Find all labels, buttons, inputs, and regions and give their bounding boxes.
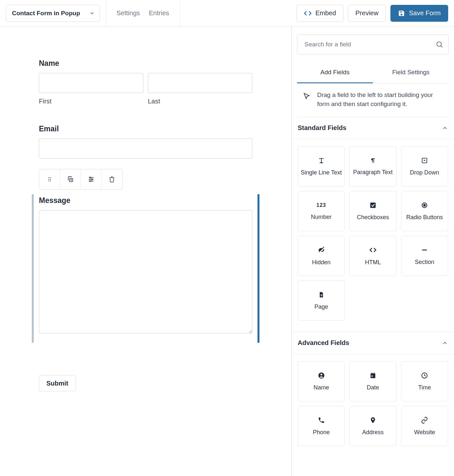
- form-selector-label: Contact Form in Popup: [12, 10, 80, 17]
- field-name[interactable]: Name First Last: [39, 59, 252, 105]
- svg-point-4: [48, 181, 49, 182]
- main: Name First Last Email: [0, 27, 454, 476]
- field-card-section[interactable]: Section: [401, 236, 448, 276]
- section-standard-label: Standard Fields: [298, 124, 346, 132]
- field-card-label: Address: [362, 429, 384, 436]
- website-icon: [421, 417, 428, 424]
- delete-button[interactable]: [102, 169, 122, 189]
- svg-rect-30: [374, 372, 375, 374]
- number-icon: 123: [317, 202, 326, 208]
- svg-point-26: [320, 374, 322, 375]
- submit-button[interactable]: Submit: [39, 375, 76, 391]
- field-card-label: Checkboxes: [357, 214, 389, 221]
- standard-fields-grid: Single Line TextParagraph TextDrop Down1…: [292, 139, 454, 332]
- svg-rect-19: [370, 202, 376, 208]
- field-card-date[interactable]: Date: [349, 361, 396, 401]
- section-advanced-head[interactable]: Advanced Fields: [292, 332, 454, 354]
- svg-rect-29: [371, 372, 372, 374]
- search-placeholder: Search for a field: [305, 41, 351, 48]
- field-email[interactable]: Email: [39, 125, 252, 159]
- divider: [106, 0, 106, 27]
- chevron-up-icon: [442, 340, 448, 346]
- nav-settings[interactable]: Settings: [112, 0, 144, 27]
- svg-rect-31: [371, 375, 373, 377]
- radio-icon: [421, 202, 428, 209]
- field-card-dropdown[interactable]: Drop Down: [401, 146, 448, 186]
- field-search[interactable]: Search for a field: [297, 34, 449, 54]
- panel-tabs: Add Fields Field Settings: [297, 63, 449, 83]
- nav-entries[interactable]: Entries: [144, 0, 173, 27]
- embed-label: Embed: [316, 9, 336, 17]
- address-icon: [369, 417, 376, 424]
- field-card-phone[interactable]: Phone: [298, 406, 345, 446]
- hidden-icon: [317, 246, 325, 254]
- svg-point-14: [90, 181, 91, 182]
- name-label: Name: [39, 59, 252, 68]
- drag-handle[interactable]: [39, 169, 60, 189]
- preview-button[interactable]: Preview: [348, 5, 386, 22]
- field-message-wrapper: Message: [39, 169, 252, 343]
- embed-button[interactable]: Embed: [296, 5, 343, 22]
- svg-point-15: [437, 42, 441, 46]
- save-label: Save Form: [409, 9, 441, 17]
- preview-label: Preview: [355, 9, 378, 17]
- field-card-radio[interactable]: Radio Buttons: [401, 191, 448, 231]
- hint: Drag a field to the left to start buildi…: [297, 83, 449, 117]
- email-label: Email: [39, 125, 252, 133]
- cursor-icon: [303, 90, 310, 100]
- date-icon: [369, 372, 376, 379]
- last-sublabel: Last: [148, 98, 252, 105]
- settings-button[interactable]: [81, 169, 102, 189]
- field-card-text[interactable]: Single Line Text: [298, 146, 345, 186]
- field-card-time[interactable]: Time: [401, 361, 448, 401]
- field-card-label: Date: [367, 384, 379, 391]
- save-icon: [398, 10, 405, 17]
- email-input[interactable]: [39, 138, 252, 159]
- name-icon: [318, 372, 325, 379]
- field-message[interactable]: Message: [32, 194, 259, 343]
- field-toolbar: [39, 169, 123, 190]
- svg-point-2: [48, 179, 49, 180]
- page-icon: [318, 291, 325, 298]
- phone-icon: [318, 417, 325, 424]
- first-sublabel: First: [39, 98, 143, 105]
- top-bar: Contact Form in Popup Settings Entries E…: [0, 0, 454, 27]
- section-icon: [421, 246, 428, 254]
- tab-add-fields[interactable]: Add Fields: [297, 63, 373, 83]
- field-card-label: Page: [315, 303, 328, 310]
- field-card-label: Hidden: [312, 259, 330, 266]
- svg-rect-24: [320, 295, 322, 296]
- hint-text: Drag a field to the left to start buildi…: [317, 90, 445, 108]
- svg-point-12: [90, 177, 91, 178]
- field-card-number[interactable]: 123Number: [298, 191, 345, 231]
- svg-point-13: [91, 179, 92, 180]
- divider: [180, 0, 180, 27]
- form-selector[interactable]: Contact Form in Popup: [6, 5, 100, 22]
- field-card-label: Number: [311, 214, 332, 220]
- field-card-html[interactable]: HTML: [349, 236, 396, 276]
- duplicate-button[interactable]: [60, 169, 81, 189]
- field-card-checkbox[interactable]: Checkboxes: [349, 191, 396, 231]
- field-card-label: Phone: [313, 429, 330, 436]
- svg-point-0: [48, 177, 49, 178]
- form-canvas[interactable]: Name First Last Email: [0, 27, 292, 476]
- field-card-label: Single Line Text: [301, 169, 342, 176]
- field-card-label: HTML: [365, 259, 381, 266]
- field-card-paragraph[interactable]: Paragraph Text: [349, 146, 396, 186]
- field-card-label: Name: [314, 384, 329, 391]
- right-panel: Search for a field Add Fields Field Sett…: [292, 27, 454, 476]
- tab-field-settings[interactable]: Field Settings: [373, 63, 449, 83]
- field-card-page[interactable]: Page: [298, 280, 345, 321]
- field-card-name[interactable]: Name: [298, 361, 345, 401]
- last-name-input[interactable]: [148, 73, 252, 93]
- advanced-fields-grid: NameDateTimePhoneAddressWebsite: [292, 354, 454, 457]
- message-textarea[interactable]: [39, 210, 252, 333]
- field-card-label: Drop Down: [410, 169, 439, 176]
- first-name-input[interactable]: [39, 73, 143, 93]
- field-card-website[interactable]: Website: [401, 406, 448, 446]
- field-card-hidden[interactable]: Hidden: [298, 236, 345, 276]
- field-card-address[interactable]: Address: [349, 406, 396, 446]
- save-button[interactable]: Save Form: [390, 5, 448, 22]
- html-icon: [369, 246, 377, 254]
- section-standard-head[interactable]: Standard Fields: [292, 117, 454, 139]
